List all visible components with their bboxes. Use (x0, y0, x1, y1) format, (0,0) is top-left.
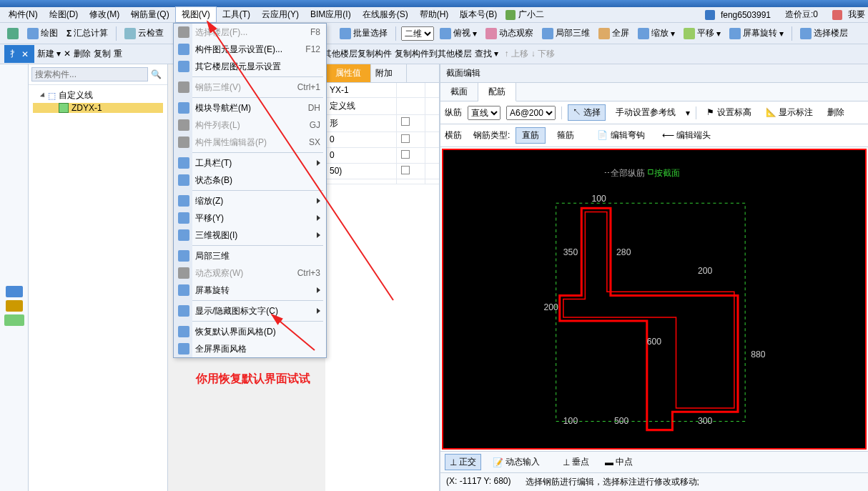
menu-item-13[interactable]: 动态观察(W)Ctrl+3 (174, 264, 326, 282)
menu-item-1[interactable]: 构件图元显示设置(E)...F12 (174, 41, 326, 58)
menu-item-10[interactable]: 平移(Y) (174, 209, 326, 227)
menu-item-4[interactable]: 模块导航栏(M)DH (174, 99, 326, 116)
cloudcheck-button[interactable]: 云检查 (122, 26, 167, 41)
menu-rebar[interactable]: 钢筋量(Q) (125, 7, 174, 22)
rebar-spec-select[interactable]: A6@200 (506, 106, 556, 120)
find-button[interactable]: 查找 ▾ (475, 48, 498, 60)
expand-icon[interactable] (40, 92, 46, 99)
tree-child-zdyx1[interactable]: ZDYX-1 (33, 103, 163, 113)
menu-item-14[interactable]: 屏幕旋转 (174, 282, 326, 299)
account-icon[interactable] (705, 10, 715, 20)
section-canvas[interactable]: 全部纵筋 按截面 100 350 280 200 200 880 600 100… (442, 149, 867, 450)
checkbox[interactable] (401, 117, 410, 126)
tab-section[interactable]: 截面 (440, 83, 478, 101)
leftbar-icon-1[interactable] (6, 286, 23, 297)
menu-online[interactable]: 在线服务(S) (357, 7, 414, 22)
menu-view[interactable]: 视图(V) (175, 6, 217, 23)
want-label[interactable]: 我要 (848, 9, 865, 21)
menu-modify[interactable]: 修改(M) (84, 7, 125, 22)
menu-tools[interactable]: 工具(T) (217, 7, 256, 22)
menu-version[interactable]: 版本号(B) (454, 7, 503, 22)
menu-draw[interactable]: 绘图(D) (44, 7, 84, 22)
menu-item-icon (178, 326, 189, 337)
straight-button[interactable]: 直筋 (516, 127, 546, 144)
copy-button[interactable]: 复制 (94, 48, 111, 60)
menu-item-icon (178, 174, 189, 186)
avatar-icon[interactable] (505, 10, 516, 20)
ortho-toggle[interactable]: ⊥ 正交 (445, 454, 481, 470)
checkbox[interactable] (401, 150, 410, 159)
view-dropdown-menu: 选择楼层(F)...F8构件图元显示设置(E)...F12其它楼层图元显示设置钢… (173, 23, 327, 358)
new-button[interactable]: 新建 ▾ (37, 48, 61, 60)
svg-text:350: 350 (563, 247, 578, 257)
menu-item-3[interactable]: 钢筋三维(V)Ctrl+1 (174, 79, 326, 96)
delete-button[interactable]: ✕ 删除 (64, 48, 90, 60)
menu-item-7[interactable]: 工具栏(T) (174, 154, 326, 172)
menu-item-11[interactable]: 三维视图(I) (174, 227, 326, 244)
batch-select-button[interactable]: 批量选择 (337, 26, 390, 41)
delete-rebar-button[interactable]: 删除 (823, 105, 849, 120)
menu-cloud[interactable]: 云应用(Y) (256, 7, 305, 22)
zoom-button[interactable]: 缩放 ▾ (635, 26, 678, 41)
leftbar-icon-2[interactable] (6, 300, 23, 312)
menu-help[interactable]: 帮助(H) (414, 7, 455, 22)
menu-item-2[interactable]: 其它楼层图元显示设置 (174, 58, 326, 75)
local3d-button[interactable]: 局部三维 (539, 26, 593, 41)
menu-item-8[interactable]: 状态条(B) (174, 172, 326, 189)
tab-rebar[interactable]: 配筋 (478, 83, 516, 101)
osnap-mid[interactable]: ▬ 中点 (601, 455, 637, 470)
draw-button[interactable]: 绘图 (24, 26, 61, 41)
checkbox[interactable] (401, 134, 410, 143)
moveup-button[interactable]: ↑ 上移 (504, 48, 528, 60)
edit-hook-button[interactable]: 📄 编辑弯钩 (591, 128, 650, 143)
movedown-button[interactable]: ↓ 下移 (531, 48, 555, 60)
prop-row[interactable] (325, 179, 439, 184)
prop-row[interactable]: 50) (325, 164, 439, 179)
menubar: 构件(N) 绘图(D) 修改(M) 钢筋量(Q) 视图(V) 工具(T) 云应用… (0, 7, 868, 23)
mode-tab[interactable]: 扌 ✕ (4, 45, 34, 63)
search-icon[interactable]: 🔍 (148, 69, 164, 79)
pan-button[interactable]: 平移 ▾ (681, 26, 724, 41)
menu-item-0[interactable]: 选择楼层(F)...F8 (174, 24, 326, 41)
dim-select[interactable]: 二维 (401, 26, 434, 41)
menu-item-16[interactable]: 恢复默认界面风格(D) (174, 323, 326, 340)
redo-button[interactable]: 重 (114, 48, 122, 60)
line-type-select[interactable]: 直线 (468, 106, 500, 120)
prop-row[interactable]: 0 (325, 148, 439, 164)
tree-root[interactable]: ⬚ 自定义线 (33, 88, 163, 103)
prop-row[interactable]: 定义线 (325, 98, 439, 115)
fullscreen-button[interactable]: 全屏 (596, 26, 632, 41)
set-elev-button[interactable]: ⚑ 设置标高 (702, 105, 755, 120)
stirrup-button[interactable]: 箍筋 (551, 128, 580, 143)
manual-ref-button[interactable]: 手动设置参考线 (611, 105, 680, 120)
dyninput-toggle[interactable]: 📝 动态输入 (488, 455, 544, 470)
menu-item-5[interactable]: 构件列表(L)GJ (174, 116, 326, 134)
prop-row[interactable]: 形 (325, 115, 439, 132)
select-floor-button[interactable]: 选择楼层 (797, 26, 851, 41)
menu-item-15[interactable]: 显示/隐藏图标文字(C) (174, 302, 326, 319)
dynamic-observe-button[interactable]: 动态观察 (483, 26, 536, 41)
copyto-button[interactable]: 复制构件到其他楼层 (395, 48, 472, 60)
menu-file[interactable]: 构件(N) (3, 7, 44, 22)
leftbar-icon-3[interactable] (4, 314, 24, 326)
edit-end-button[interactable]: ⟵ 编辑端头 (656, 128, 716, 143)
osnap-perp[interactable]: ⊥ 垂点 (558, 455, 593, 470)
prop-row[interactable]: YX-1 (325, 83, 439, 98)
menu-item-9[interactable]: 缩放(Z) (174, 192, 326, 209)
sum-button[interactable]: Σ 汇总计算 (64, 26, 111, 41)
topview-button[interactable]: 俯视 ▾ (437, 26, 480, 41)
menu-item-17[interactable]: 全屏界面风格 (174, 340, 326, 357)
prop-row[interactable]: 0 (325, 132, 439, 148)
search-input[interactable] (31, 67, 148, 81)
checkbox[interactable] (401, 166, 410, 174)
menu-bim[interactable]: BIM应用(I) (305, 7, 357, 22)
menu-item-12[interactable]: 局部三维 (174, 247, 326, 264)
arrow-tool-icon[interactable] (4, 26, 21, 41)
node-icon (59, 103, 69, 113)
close-icon[interactable]: ✕ (21, 49, 29, 59)
show-ann-button[interactable]: 📐 显示标注 (761, 105, 817, 120)
screen-rotate-button[interactable]: 屏幕旋转 ▾ (726, 26, 786, 41)
menu-item-6[interactable]: 构件属性编辑器(P)SX (174, 134, 326, 151)
want-icon[interactable] (832, 10, 842, 20)
select-button[interactable]: ↖ 选择 (568, 104, 606, 121)
